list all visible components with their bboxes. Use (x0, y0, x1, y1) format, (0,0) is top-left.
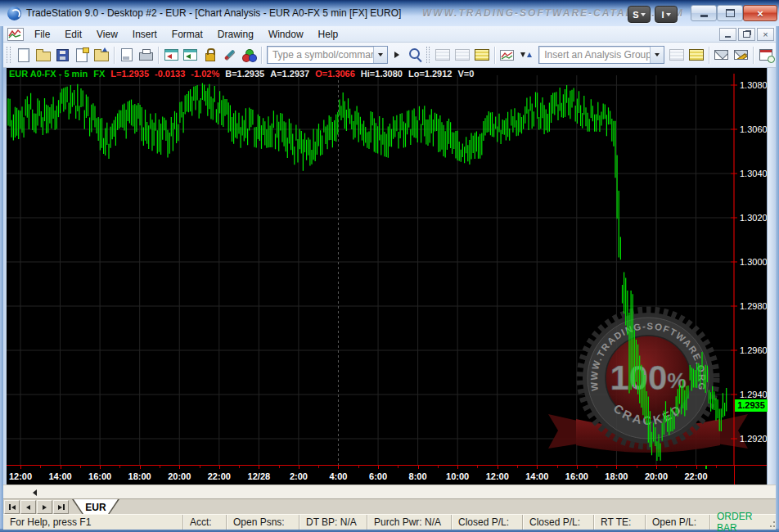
mdi-restore-button[interactable] (738, 28, 755, 41)
analysis-group-combobox[interactable]: Insert an Analysis Group (538, 46, 664, 64)
chart-analysis-button[interactable] (498, 45, 517, 65)
time-axis[interactable]: 12:0014:0016:0018:0020:0022:0012/282:004… (3, 465, 767, 485)
horizontal-scrollbar[interactable] (3, 485, 776, 499)
menu-item-window[interactable]: Window (261, 27, 311, 42)
chevron-down-icon (666, 13, 671, 16)
title-bar[interactable]: TradeStation 9.0 - Desktop #2 - EUR - [C… (0, 0, 779, 26)
x-axis-minor-tick (40, 466, 41, 468)
toolbar-separator (494, 47, 495, 64)
status-fields: Acct:Open Psns:DT BP: N/APurch Pwr: N/AC… (182, 515, 709, 530)
page-setup-icon (121, 48, 133, 61)
sort-button[interactable] (516, 45, 536, 65)
send-window-button[interactable] (712, 45, 732, 65)
toolbar-separator (158, 47, 159, 64)
workspace-tab-eur[interactable]: EUR (72, 499, 119, 515)
edit-window-button[interactable] (731, 45, 750, 65)
lock-icon (205, 53, 215, 61)
last-tab-icon (58, 505, 62, 510)
mdi-close-button[interactable]: × (757, 28, 774, 41)
i-menu-button[interactable]: I (655, 6, 678, 23)
chart-plot-area[interactable]: WWW.TRADING-SOFTWARE.ORG 100% CRACKED 1.… (3, 67, 767, 465)
header-segment: O=1.3066 (315, 69, 355, 79)
format-analysis-button[interactable] (667, 45, 687, 65)
insert-analysis-button[interactable] (687, 45, 706, 65)
new-document-button[interactable] (14, 45, 34, 65)
symbol-combobox[interactable]: Type a symbol/command (267, 46, 388, 64)
open-workspace-button[interactable] (34, 45, 53, 65)
header-segment: V=0 (457, 69, 474, 79)
toolbar-grip[interactable] (7, 47, 11, 63)
menu-item-drawing[interactable]: Drawing (210, 27, 261, 42)
save-all-button[interactable] (52, 45, 72, 65)
mdi-minimize-button[interactable] (719, 28, 736, 41)
x-axis-minor-tick (398, 466, 399, 468)
back-window-button[interactable] (161, 45, 181, 65)
resize-grip[interactable] (768, 515, 776, 530)
print-button[interactable] (136, 45, 155, 65)
chart-region: WWW.TRADING-SOFTWARE.ORG 100% CRACKED 1.… (3, 67, 776, 499)
colors-button[interactable] (239, 45, 259, 65)
x-axis-label: 10:00 (446, 471, 469, 481)
x-axis-label: 14:00 (525, 471, 548, 481)
quote-window-button[interactable] (433, 45, 453, 65)
status-bar: For Help, press F1 Acct:Open Psns:DT BP:… (3, 514, 776, 530)
menu-item-edit[interactable]: Edit (57, 27, 89, 42)
status-field: Closed P/L: (451, 515, 522, 530)
session-hours-button[interactable] (756, 45, 776, 65)
calendar-clock-icon (759, 49, 772, 61)
y-axis-label: 1.3000 (740, 257, 767, 267)
maximize-button[interactable] (717, 5, 743, 21)
forward-window-button[interactable] (181, 45, 200, 65)
chart-line-icon (500, 50, 514, 61)
status-field: Open Psns: (226, 515, 299, 530)
maximize-icon (726, 9, 735, 17)
x-axis-tick (656, 466, 657, 469)
order-bar-toggle[interactable]: ORDER BAR (709, 515, 768, 530)
lock-button[interactable] (200, 45, 220, 65)
play-icon (394, 52, 399, 58)
close-icon: × (763, 30, 768, 39)
chevron-down-icon (378, 53, 383, 56)
magnifier-icon (409, 48, 420, 59)
save-all-icon (56, 49, 69, 61)
new-page-button[interactable] (72, 45, 92, 65)
radar-window-button[interactable] (472, 45, 492, 65)
toolbar-grip[interactable] (426, 47, 430, 63)
x-axis-minor-tick (200, 466, 200, 468)
minimize-button[interactable] (691, 5, 717, 21)
x-axis-label: 18:00 (605, 471, 628, 481)
x-axis-tick (179, 466, 180, 469)
x-axis-label: 2:00 (290, 471, 308, 481)
page-setup-button[interactable] (117, 45, 137, 65)
dropdown-button[interactable] (373, 47, 387, 63)
go-button[interactable] (390, 47, 403, 63)
printer-icon (139, 52, 153, 61)
close-button[interactable]: × (743, 5, 777, 21)
close-workspace-button[interactable] (92, 45, 111, 65)
s-menu-button[interactable]: S (628, 6, 651, 23)
menu-bar: FileEditViewInsertFormatDrawingWindowHel… (3, 26, 776, 43)
toolbar-separator (709, 47, 709, 64)
tab-first-button[interactable] (4, 500, 20, 514)
envelope-icon (714, 50, 728, 60)
tab-prev-button[interactable] (20, 500, 36, 514)
x-axis-minor-tick (716, 466, 717, 468)
symbol-lookup-button[interactable] (403, 45, 423, 65)
menu-item-file[interactable]: File (27, 27, 57, 42)
dropdown-button[interactable] (650, 47, 664, 63)
symbol-combobox-placeholder: Type a symbol/command (268, 49, 373, 61)
menu-item-view[interactable]: View (89, 27, 125, 42)
header-segment: EUR A0-FX - 5 min (9, 69, 88, 79)
menu-item-insert[interactable]: Insert (125, 27, 164, 42)
matrix-window-button[interactable] (453, 45, 472, 65)
tab-next-button[interactable] (37, 500, 52, 514)
tab-last-button[interactable] (53, 500, 69, 514)
menu-item-help[interactable]: Help (311, 27, 346, 42)
chart-child-icon[interactable] (7, 28, 24, 41)
x-axis-tick (537, 466, 538, 469)
style-button[interactable] (219, 45, 239, 65)
x-axis-minor-tick (676, 466, 677, 468)
status-field: DT BP: N/A (299, 515, 367, 530)
quote-grid-icon (435, 49, 450, 61)
menu-item-format[interactable]: Format (164, 27, 210, 42)
